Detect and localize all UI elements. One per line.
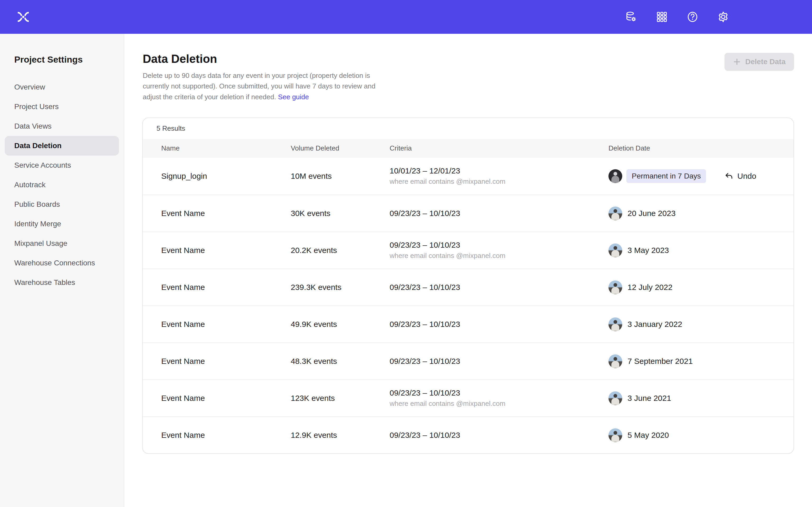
table-body: Signup_login 10M events 10/01/23 – 12/01… bbox=[143, 158, 794, 453]
page-title: Data Deletion bbox=[143, 52, 812, 65]
deletion-date-label: 7 September 2021 bbox=[627, 357, 693, 366]
page-description: Delete up to 90 days data for any event … bbox=[143, 70, 377, 102]
table-row: Event Name 12.9K events 09/23/23 – 10/10… bbox=[143, 416, 794, 453]
page-description-text: Delete up to 90 days data for any event … bbox=[143, 71, 375, 101]
table-row: Event Name 30K events 09/23/23 – 10/10/2… bbox=[143, 194, 794, 232]
table-row: Event Name 123K events 09/23/23 – 10/10/… bbox=[143, 380, 794, 416]
avatar bbox=[608, 428, 622, 442]
main-content: Data Deletion Delete up to 90 days data … bbox=[124, 34, 812, 507]
sidebar: Project Settings OverviewProject UsersDa… bbox=[0, 34, 124, 507]
volume-deleted-cell: 48.3K events bbox=[291, 357, 390, 366]
deletion-date-cell: 3 June 2021 bbox=[608, 391, 794, 405]
sidebar-item-public-boards[interactable]: Public Boards bbox=[5, 194, 119, 214]
criteria-filter: where email contains @mixpanel.com bbox=[390, 251, 608, 260]
deletion-date-cell: 3 May 2023 bbox=[608, 243, 794, 257]
sidebar-nav: OverviewProject UsersData ViewsData Dele… bbox=[0, 77, 124, 292]
sidebar-item-autotrack[interactable]: Autotrack bbox=[5, 175, 119, 194]
column-header-volume-deleted: Volume Deleted bbox=[291, 144, 390, 152]
deletion-date-label: 5 May 2020 bbox=[627, 431, 669, 440]
undo-button[interactable]: Undo bbox=[724, 171, 756, 181]
column-header-name: Name bbox=[161, 144, 291, 152]
sidebar-item-label: Autotrack bbox=[14, 181, 45, 189]
criteria-filter: where email contains @mixpanel.com bbox=[390, 399, 608, 408]
sidebar-title: Project Settings bbox=[14, 54, 124, 65]
sidebar-item-project-users[interactable]: Project Users bbox=[5, 97, 119, 116]
sidebar-item-label: Warehouse Connections bbox=[14, 259, 95, 267]
sidebar-item-data-views[interactable]: Data Views bbox=[5, 116, 119, 136]
deletion-date-cell: Permanent in 7 Days Undo bbox=[608, 169, 794, 183]
undo-label: Undo bbox=[737, 172, 756, 181]
sidebar-item-data-deletion[interactable]: Data Deletion bbox=[5, 136, 119, 156]
volume-deleted-cell: 12.9K events bbox=[291, 431, 390, 440]
sidebar-item-warehouse-tables[interactable]: Warehouse Tables bbox=[5, 273, 119, 292]
sidebar-item-label: Mixpanel Usage bbox=[14, 239, 67, 248]
volume-deleted-cell: 20.2K events bbox=[291, 246, 390, 255]
criteria-range: 09/23/23 – 10/10/23 bbox=[390, 240, 608, 249]
deletion-date-cell: 12 July 2022 bbox=[608, 280, 794, 294]
see-guide-link[interactable]: See guide bbox=[278, 93, 309, 101]
event-name-cell: Event Name bbox=[161, 357, 291, 366]
deletion-date-label: 3 January 2022 bbox=[627, 320, 682, 329]
sidebar-item-label: Data Deletion bbox=[14, 142, 62, 150]
avatar bbox=[608, 207, 622, 220]
plus-icon bbox=[733, 58, 741, 66]
event-name-cell: Event Name bbox=[161, 209, 291, 218]
criteria-cell: 09/23/23 – 10/10/23 bbox=[390, 357, 608, 366]
event-name-cell: Event Name bbox=[161, 394, 291, 403]
table-row: Event Name 49.9K events 09/23/23 – 10/10… bbox=[143, 305, 794, 342]
criteria-range: 09/23/23 – 10/10/23 bbox=[390, 283, 608, 292]
deletion-date-cell: 3 January 2022 bbox=[608, 318, 794, 331]
criteria-cell: 09/23/23 – 10/10/23 bbox=[390, 431, 608, 440]
volume-deleted-cell: 123K events bbox=[291, 394, 390, 403]
criteria-cell: 09/23/23 – 10/10/23 bbox=[390, 209, 608, 218]
results-count: 5 Results bbox=[156, 124, 185, 132]
deletion-date-cell: 7 September 2021 bbox=[608, 354, 794, 368]
help-icon[interactable] bbox=[686, 11, 699, 23]
sidebar-item-overview[interactable]: Overview bbox=[5, 77, 119, 97]
deletion-date-label: 3 May 2023 bbox=[627, 246, 669, 255]
apps-grid-icon[interactable] bbox=[656, 11, 668, 23]
event-name-cell: Event Name bbox=[161, 431, 291, 440]
sidebar-item-label: Warehouse Tables bbox=[14, 278, 75, 287]
criteria-range: 09/23/23 – 10/10/23 bbox=[390, 320, 608, 329]
data-settings-icon[interactable] bbox=[625, 11, 638, 23]
sidebar-item-mixpanel-usage[interactable]: Mixpanel Usage bbox=[5, 234, 119, 253]
criteria-cell: 10/01/23 – 12/01/23 where email contains… bbox=[390, 166, 608, 186]
delete-data-button-label: Delete Data bbox=[745, 58, 785, 66]
results-card: 5 Results Name Volume Deleted Criteria D… bbox=[142, 117, 794, 454]
sidebar-item-warehouse-connections[interactable]: Warehouse Connections bbox=[5, 253, 119, 273]
deletion-date-label: 20 June 2023 bbox=[627, 209, 676, 218]
avatar bbox=[608, 318, 622, 331]
results-bar: 5 Results bbox=[143, 118, 794, 139]
table-header-row: Name Volume Deleted Criteria Deletion Da… bbox=[143, 139, 794, 158]
avatar bbox=[608, 243, 622, 257]
event-name-cell: Event Name bbox=[161, 320, 291, 329]
criteria-cell: 09/23/23 – 10/10/23 bbox=[390, 283, 608, 292]
criteria-filter: where email contains @mixpanel.com bbox=[390, 177, 608, 186]
app-header bbox=[0, 0, 812, 34]
table-row: Event Name 239.3K events 09/23/23 – 10/1… bbox=[143, 269, 794, 305]
avatar bbox=[608, 280, 622, 294]
page-header: Data Deletion Delete up to 90 days data … bbox=[124, 34, 812, 102]
criteria-range: 09/23/23 – 10/10/23 bbox=[390, 388, 608, 397]
delete-data-button[interactable]: Delete Data bbox=[724, 53, 794, 71]
avatar bbox=[608, 169, 622, 183]
avatar bbox=[608, 391, 622, 405]
sidebar-item-label: Identity Merge bbox=[14, 220, 61, 228]
sidebar-item-label: Data Views bbox=[14, 122, 52, 130]
undo-icon bbox=[724, 171, 733, 181]
sidebar-item-label: Overview bbox=[14, 83, 45, 91]
volume-deleted-cell: 239.3K events bbox=[291, 283, 390, 292]
volume-deleted-cell: 49.9K events bbox=[291, 320, 390, 329]
volume-deleted-cell: 10M events bbox=[291, 172, 390, 181]
settings-icon[interactable] bbox=[717, 11, 729, 23]
criteria-range: 09/23/23 – 10/10/23 bbox=[390, 431, 608, 440]
volume-deleted-cell: 30K events bbox=[291, 209, 390, 218]
sidebar-item-label: Project Users bbox=[14, 103, 59, 111]
sidebar-item-identity-merge[interactable]: Identity Merge bbox=[5, 214, 119, 234]
table-row: Event Name 48.3K events 09/23/23 – 10/10… bbox=[143, 342, 794, 380]
sidebar-item-service-accounts[interactable]: Service Accounts bbox=[5, 156, 119, 175]
deletion-date-label: 12 July 2022 bbox=[627, 283, 672, 292]
mixpanel-logo[interactable] bbox=[16, 9, 31, 24]
criteria-range: 09/23/23 – 10/10/23 bbox=[390, 357, 608, 366]
